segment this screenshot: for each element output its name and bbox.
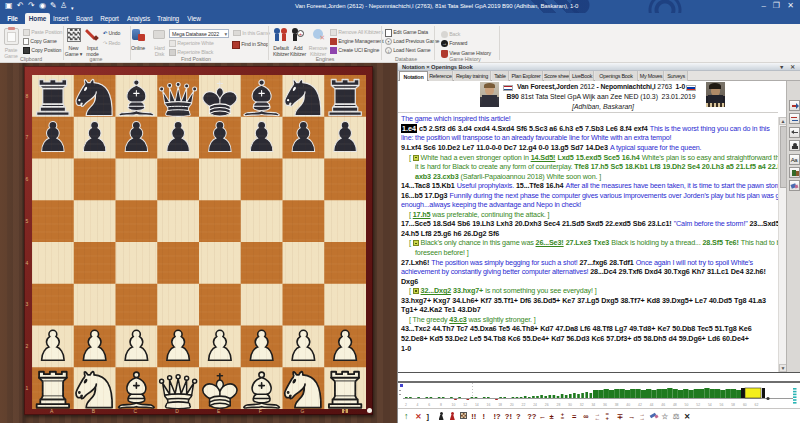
svg-text:48: 48 xyxy=(673,403,677,407)
svg-text:18: 18 xyxy=(498,403,502,407)
svg-text:32: 32 xyxy=(580,403,584,407)
svg-text:8: 8 xyxy=(440,403,442,407)
svg-text:44: 44 xyxy=(650,403,654,407)
svg-text:52: 52 xyxy=(696,403,700,407)
svg-text:62: 62 xyxy=(755,403,759,407)
svg-text:56: 56 xyxy=(720,403,724,407)
svg-text:58: 58 xyxy=(731,403,735,407)
svg-text:42: 42 xyxy=(638,403,642,407)
svg-text:12: 12 xyxy=(463,403,467,407)
svg-text:4: 4 xyxy=(417,403,419,407)
svg-text:10: 10 xyxy=(452,403,456,407)
svg-text:38: 38 xyxy=(615,403,619,407)
svg-text:14: 14 xyxy=(475,403,479,407)
svg-text:16: 16 xyxy=(487,403,491,407)
svg-text:20: 20 xyxy=(510,403,514,407)
svg-text:28: 28 xyxy=(557,403,561,407)
svg-text:22: 22 xyxy=(522,403,526,407)
svg-text:46: 46 xyxy=(661,403,665,407)
svg-text:60: 60 xyxy=(743,403,747,407)
svg-text:30: 30 xyxy=(568,403,572,407)
svg-text:2: 2 xyxy=(405,403,407,407)
svg-text:54: 54 xyxy=(708,403,712,407)
svg-text:26: 26 xyxy=(545,403,549,407)
svg-text:24: 24 xyxy=(533,403,537,407)
svg-text:6: 6 xyxy=(428,403,430,407)
svg-text:50: 50 xyxy=(685,403,689,407)
svg-text:40: 40 xyxy=(626,403,630,407)
svg-text:36: 36 xyxy=(603,403,607,407)
svg-text:34: 34 xyxy=(591,403,595,407)
